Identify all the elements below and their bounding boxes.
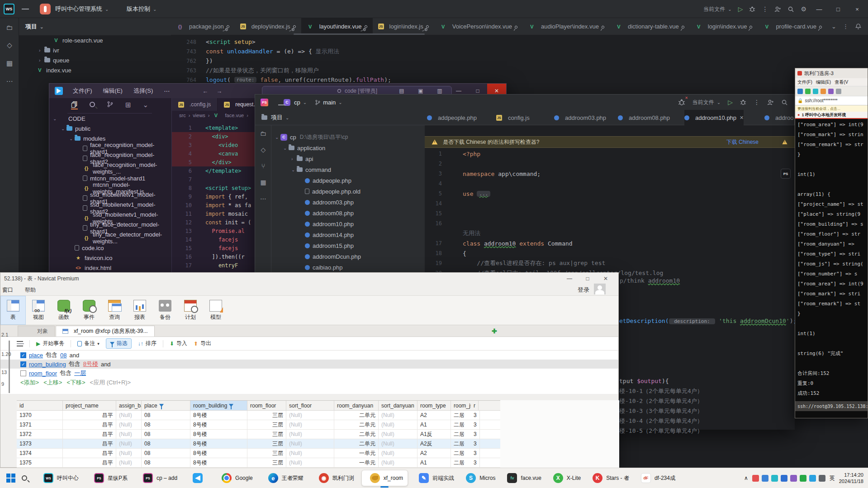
taskbar-app[interactable]: Stars - 者: [588, 470, 634, 486]
import-button[interactable]: ⬇导入: [170, 340, 187, 347]
table-cell[interactable]: (Null): [286, 439, 334, 448]
tray-icon[interactable]: [752, 475, 759, 482]
panel-splitter[interactable]: [9, 341, 10, 393]
column-header[interactable]: assign_batch_no: [116, 401, 142, 410]
more-toolwindows-icon[interactable]: ⋯: [255, 190, 271, 207]
start-button[interactable]: [6, 474, 15, 483]
filter-movedown-button[interactable]: <下移>: [66, 379, 85, 387]
table-cell[interactable]: 二单元: [334, 420, 379, 429]
tree-item[interactable]: addpeople.php: [271, 175, 425, 186]
table-row[interactable]: 1375昌平(Null)088号楼三层(Null)一单元(Null)A1二居3: [17, 458, 500, 468]
extensions-icon[interactable]: ⊞: [125, 101, 131, 109]
filter-value-link[interactable]: 一层: [74, 369, 86, 377]
filter-field-link[interactable]: place: [29, 352, 43, 359]
editor-tab[interactable]: profile-card.vue: [758, 18, 827, 35]
table-cell[interactable]: (Null): [286, 411, 334, 420]
menu-file[interactable]: 文件(F): [797, 79, 812, 85]
editor-tab-active[interactable]: addroom10.php✕: [684, 110, 744, 125]
table-cell[interactable]: 三层: [247, 411, 286, 420]
table-cell[interactable]: 昌平: [63, 411, 116, 420]
table-cell[interactable]: 昌平: [63, 430, 116, 439]
menu-file[interactable]: 文件(F): [67, 87, 98, 95]
editor-tab[interactable]: login\index.js: [373, 18, 434, 35]
table-cell[interactable]: (Null): [286, 420, 334, 429]
more-icon[interactable]: ⋮: [754, 99, 760, 106]
tree-item[interactable]: ⌄ application: [271, 142, 425, 153]
menu-more-icon[interactable]: ⋯: [158, 88, 175, 95]
tab-list-chevron-icon[interactable]: ⌄: [831, 23, 836, 30]
menu-selection[interactable]: 选择(S): [128, 87, 158, 95]
toolbar-button[interactable]: 备份: [152, 296, 178, 325]
toolbar-button[interactable]: 计划: [178, 296, 203, 325]
table-cell[interactable]: 三层: [247, 439, 286, 448]
taskbar-app[interactable]: 王者荣耀: [260, 470, 308, 486]
minimize-icon[interactable]: —: [813, 6, 825, 13]
tree-item[interactable]: addroomDcun.php: [271, 251, 425, 262]
tree-item[interactable]: caibiao.php: [271, 262, 425, 273]
table-cell[interactable]: (Null): [379, 449, 417, 458]
editor-tab[interactable]: addroom08.php: [618, 110, 670, 125]
taskbar-app[interactable]: 凯利门浏: [311, 470, 359, 486]
project-toolwindow-icon[interactable]: 🗀: [0, 18, 19, 36]
close-icon[interactable]: ×: [851, 6, 863, 13]
table-cell[interactable]: 08: [142, 411, 190, 420]
table-cell[interactable]: (Null): [286, 458, 334, 467]
begin-transaction-button[interactable]: ▶开始事务: [36, 340, 64, 347]
table-cell[interactable]: 二单元: [334, 411, 379, 420]
session-address-bar[interactable]: 🔒ssh://root********: [795, 96, 868, 105]
toolbar-button[interactable]: 表: [0, 296, 26, 325]
source-control-icon[interactable]: [107, 101, 114, 109]
tree-item[interactable]: face_recognition_model-weights_...: [49, 163, 171, 173]
filter-checkbox[interactable]: ✓: [20, 361, 26, 367]
add-user-icon[interactable]: [774, 6, 781, 13]
table-row[interactable]: 1372昌平(Null)088号楼三层(Null)二单元(Null)A1反二居3: [17, 430, 500, 439]
menu-edit[interactable]: 编辑(E): [98, 87, 128, 95]
debug-icon[interactable]: [740, 99, 746, 105]
taskbar-app[interactable]: Google: [213, 470, 257, 486]
table-cell[interactable]: 8号楼: [190, 411, 247, 420]
terminal-output[interactable]: ["room_area"] => int(9["room_mark"] => s…: [795, 119, 868, 401]
table-cell[interactable]: 1372: [17, 430, 63, 439]
filter-logic[interactable]: and: [70, 352, 80, 359]
column-header[interactable]: place: [142, 401, 190, 410]
column-header[interactable]: room_danyuan: [334, 401, 379, 410]
editor-tab[interactable]: addroom03.php: [554, 110, 606, 125]
session-tab[interactable]: ●1 呼叫中心本地开发环境: [795, 112, 868, 119]
toolbar-button[interactable]: 模型: [203, 296, 228, 325]
run-config-selector[interactable]: 当前文件⌄: [693, 99, 721, 106]
editor-tab[interactable]: deploy\index.js: [235, 18, 301, 35]
run-config-selector[interactable]: 当前文件⌄: [703, 5, 731, 13]
tree-item[interactable]: index.html: [49, 263, 171, 273]
taskbar-app[interactable]: Micros: [461, 470, 500, 486]
close-icon[interactable]: ✕: [597, 273, 615, 284]
toolbar-button[interactable]: 报表: [127, 296, 152, 325]
table-cell[interactable]: 8号楼: [190, 449, 247, 458]
table-cell[interactable]: 三层: [247, 430, 286, 439]
tree-item[interactable]: › ivr: [19, 45, 171, 55]
debug-icon[interactable]: [749, 6, 755, 12]
table-cell[interactable]: 二居: [451, 420, 471, 429]
editor-tab[interactable]: .config.js: [172, 98, 218, 111]
table-row[interactable]: 1370昌平(Null)088号楼三层(Null)二单元(Null)A2二居3: [17, 411, 500, 420]
table-row[interactable]: 1373昌平(Null)088号楼三层(Null)二单元(Null)A2反二居3: [17, 439, 500, 449]
table-cell[interactable]: (Null): [116, 439, 142, 448]
tray-icon[interactable]: [771, 475, 778, 482]
filter-apply-button[interactable]: <应用 (Ctrl+R)>: [90, 379, 131, 387]
table-cell[interactable]: A1: [417, 420, 451, 429]
column-header[interactable]: sort_floor: [286, 401, 334, 410]
filter-moveup-button[interactable]: <上移>: [43, 379, 62, 387]
table-cell[interactable]: 二居: [451, 411, 471, 420]
table-cell[interactable]: 08: [142, 420, 190, 429]
login-link[interactable]: 登录: [578, 286, 589, 294]
project-toolwindow-icon[interactable]: 🗀: [255, 125, 271, 142]
new-tab-icon[interactable]: ✚: [492, 327, 497, 335]
settings-icon[interactable]: ⚙: [801, 5, 806, 13]
table-cell[interactable]: A1反: [417, 430, 451, 439]
table-cell[interactable]: A2反: [417, 439, 451, 448]
editor-tab[interactable]: config.js: [496, 110, 530, 125]
project-selector[interactable]: cp⌄: [294, 99, 307, 106]
avatar[interactable]: [594, 284, 606, 294]
commit-toolwindow-icon[interactable]: ◇: [255, 142, 271, 158]
toolbar-button[interactable]: 视图: [26, 296, 51, 325]
ps-window-badge[interactable]: PS: [781, 169, 791, 179]
